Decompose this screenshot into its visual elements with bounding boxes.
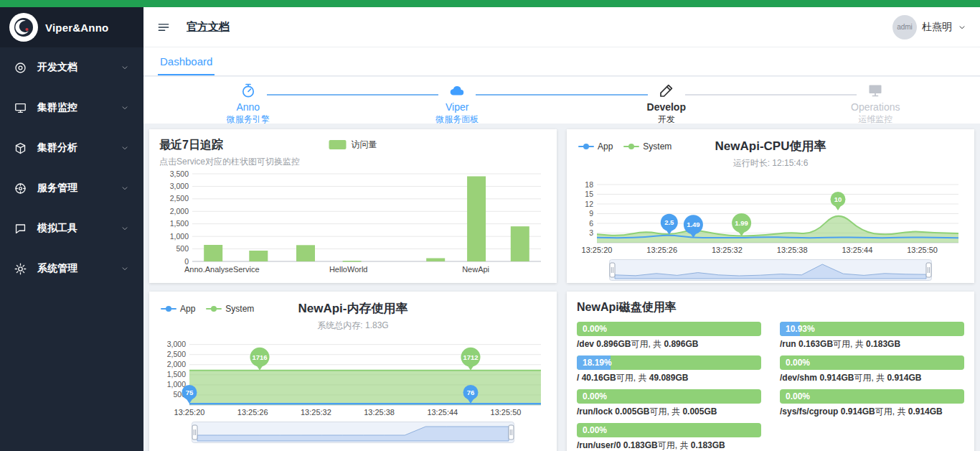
disk-usage-label: /sys/fs/cgroup 0.914GB可用, 共 0.914GB xyxy=(780,406,964,418)
panel-title: NewApi磁盘使用率 xyxy=(577,300,964,315)
service-bar[interactable] xyxy=(249,251,268,261)
app-logo[interactable]: Viper&Anno xyxy=(0,7,143,47)
step-anno[interactable]: Anno 微服务引擎 xyxy=(143,81,353,124)
sidebar-item-4[interactable]: 服务管理 xyxy=(0,168,143,208)
caret-icon xyxy=(120,103,130,113)
sidebar-item-1[interactable]: 开发文档 xyxy=(0,47,143,88)
disk-usage-label: /dev/shm 0.914GB可用, 共 0.914GB xyxy=(780,372,964,384)
step-title: Operations xyxy=(771,101,980,113)
svg-text:13:25:38: 13:25:38 xyxy=(777,246,808,254)
caret-icon xyxy=(120,223,130,233)
svg-text:3,000: 3,000 xyxy=(170,182,189,190)
datazoom-handle[interactable] xyxy=(509,425,514,440)
disk-usage-item: 0.00%/dev/shm 0.914GB可用, 共 0.914GB xyxy=(780,355,964,384)
sidebar-item-5[interactable]: 模拟工具 xyxy=(0,208,143,248)
monitor-icon xyxy=(14,101,27,115)
cpu-datazoom-slider[interactable] xyxy=(609,259,932,281)
legend-label: System xyxy=(643,141,672,152)
disk-usage-bar: 0.00% xyxy=(780,389,964,404)
weekly-bar-chart[interactable]: 05001,0001,5002,0002,5003,0003,500Anno.A… xyxy=(159,169,547,276)
svg-text:1712: 1712 xyxy=(463,353,478,361)
legend-item-system[interactable]: System xyxy=(623,141,672,152)
disk-usage-bar: 0.00% xyxy=(577,389,761,404)
panel-cpu: AppSystem NewApi-CPU使用率 运行时长: 12:15:4:6 … xyxy=(567,129,974,283)
caret-icon xyxy=(120,143,130,153)
step-viper[interactable]: Viper 微服务面板 xyxy=(353,81,562,124)
tools-icon xyxy=(14,222,27,236)
sidebar-item-3[interactable]: 集群分析 xyxy=(0,128,143,168)
caret-down-icon[interactable] xyxy=(957,22,967,32)
tab-bar: Dashboard xyxy=(143,47,980,76)
disk-usage-label: /run 0.163GB可用, 共 0.183GB xyxy=(780,338,964,350)
caret-icon xyxy=(120,183,130,193)
panel-memory: AppSystem NewApi-内存使用率 系统总内存: 1.83G 5001… xyxy=(149,292,557,451)
disk-usage-percent: 10.93% xyxy=(780,322,964,336)
service-bar[interactable] xyxy=(511,226,529,261)
memory-datazoom-slider[interactable] xyxy=(192,422,514,443)
panel-weekly-tracking: 最近7日追踪 访问量 点击Service对应的柱状图可切换监控 05001,00… xyxy=(149,129,557,283)
avatar[interactable]: admi xyxy=(892,15,917,39)
disk-usage-bar: 0.00% xyxy=(780,355,964,370)
panel-subtitle: 点击Service对应的柱状图可切换监控 xyxy=(159,156,547,168)
sidebar-item-6[interactable]: 系统管理 xyxy=(0,248,143,289)
cpu-line-chart[interactable]: 3691215182.51.491.991013:25:2013:25:2613… xyxy=(577,171,964,256)
legend-item-app[interactable]: App xyxy=(161,304,195,314)
dashboard-panels: 最近7日追踪 访问量 点击Service对应的柱状图可切换监控 05001,00… xyxy=(143,124,980,451)
svg-text:3: 3 xyxy=(589,228,593,237)
gauge-icon xyxy=(240,82,257,99)
tab-dashboard[interactable]: Dashboard xyxy=(158,55,215,75)
caret-icon xyxy=(957,22,967,32)
service-bar[interactable] xyxy=(467,177,486,262)
disk-usage-grid: 0.00%/dev 0.896GB可用, 共 0.896GB10.93%/run… xyxy=(577,322,964,451)
user-menu[interactable]: admi 杜燕明 xyxy=(892,15,967,39)
legend-label: App xyxy=(180,304,195,314)
sidebar-item-label: 模拟工具 xyxy=(37,222,77,235)
step-icon-wrap xyxy=(143,81,353,100)
caret-icon xyxy=(120,62,130,73)
pencil-icon xyxy=(658,82,675,99)
service-bar[interactable] xyxy=(343,261,362,262)
datazoom-handle[interactable] xyxy=(926,263,931,277)
svg-text:18: 18 xyxy=(585,180,593,189)
svg-text:1.99: 1.99 xyxy=(735,219,748,227)
step-develop[interactable]: Develop 开发 xyxy=(562,81,771,124)
disk-usage-bar: 0.00% xyxy=(577,423,761,437)
legend: AppSystem xyxy=(161,304,254,314)
svg-text:9: 9 xyxy=(589,209,593,218)
svg-text:500: 500 xyxy=(176,244,189,253)
svg-text:10: 10 xyxy=(834,195,842,203)
svg-text:HelloWorld: HelloWorld xyxy=(329,265,368,274)
official-docs-link[interactable]: 官方文档 xyxy=(187,20,230,34)
disk-usage-item: 0.00%/run/user/0 0.183GB可用, 共 0.183GB xyxy=(577,423,761,451)
service-bar[interactable] xyxy=(204,245,222,261)
step-title: Viper xyxy=(353,101,562,113)
menu-toggle-button[interactable] xyxy=(156,20,171,34)
svg-text:75: 75 xyxy=(186,389,194,396)
svg-text:1716: 1716 xyxy=(252,353,267,361)
app-window: Viper&Anno 开发文档集群监控集群分析服务管理模拟工具系统管理 官方文档… xyxy=(0,0,980,451)
legend-item-app[interactable]: App xyxy=(578,141,613,152)
sidebar-item-2[interactable]: 集群监控 xyxy=(0,88,143,128)
svg-text:13:25:26: 13:25:26 xyxy=(237,408,268,417)
sidebar: Viper&Anno 开发文档集群监控集群分析服务管理模拟工具系统管理 xyxy=(0,7,143,451)
sidebar-menu: 开发文档集群监控集群分析服务管理模拟工具系统管理 xyxy=(0,47,143,289)
svg-text:0: 0 xyxy=(184,257,189,266)
step-operations[interactable]: Operations 运维监控 xyxy=(771,81,980,124)
legend-item-visits[interactable]: 访问量 xyxy=(329,139,377,151)
svg-text:13:25:32: 13:25:32 xyxy=(301,408,331,417)
datazoom-handle[interactable] xyxy=(610,263,615,277)
service-bar[interactable] xyxy=(426,259,445,262)
top-header: 官方文档 admi 杜燕明 xyxy=(143,7,980,47)
caret-icon xyxy=(120,264,130,274)
step-title: Develop xyxy=(562,101,771,113)
memory-line-chart[interactable]: 5001,0001,5002,0002,5003,000751716171276… xyxy=(159,333,547,418)
service-icon xyxy=(14,182,27,195)
datazoom-handle[interactable] xyxy=(192,425,197,440)
service-bar[interactable] xyxy=(296,245,315,261)
svg-text:2.5: 2.5 xyxy=(664,218,674,226)
disk-usage-bar: 10.93% xyxy=(780,322,964,336)
value-pin: 2.5 xyxy=(661,214,678,235)
legend-item-system[interactable]: System xyxy=(206,304,254,314)
step-icon-wrap xyxy=(771,81,980,100)
value-pin: 1712 xyxy=(461,348,481,371)
